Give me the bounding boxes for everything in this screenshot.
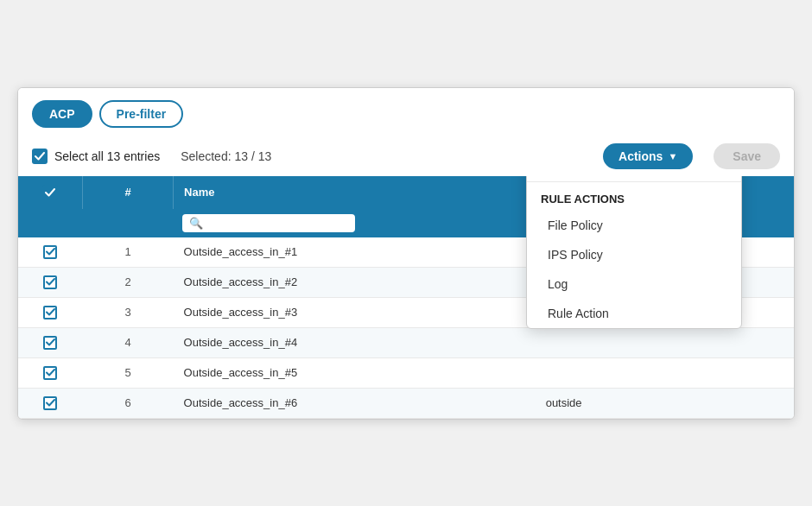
col-header-name: Name — [174, 176, 536, 209]
row-name-6: Outside_access_in_#6 — [174, 388, 536, 418]
search-icon: 🔍 — [189, 217, 203, 230]
search-box: 🔍 — [182, 214, 355, 232]
search-input[interactable] — [206, 217, 348, 230]
col-header-checkbox — [18, 176, 83, 209]
row-name-4: Outside_access_in_#4 — [174, 327, 536, 357]
row-num-2: 2 — [83, 267, 174, 297]
select-all-label: Select all 13 entries — [54, 149, 160, 163]
selected-count: Selected: 13 / 13 — [181, 149, 271, 163]
search-cell: 🔍 — [174, 209, 536, 237]
row-num-4: 4 — [83, 327, 174, 357]
row-num-6: 6 — [83, 388, 174, 418]
dropdown-divider — [527, 181, 741, 182]
table-container: # Name SOURCE 🔍 twork — [18, 176, 794, 419]
row-num-5: 5 — [83, 357, 174, 388]
file-policy-item[interactable]: File Policy — [527, 211, 741, 240]
table-row: 6 Outside_access_in_#6 outside — [18, 388, 794, 418]
search-empty-1 — [18, 209, 83, 237]
tab-prefilter[interactable]: Pre-filter — [99, 100, 184, 128]
rule-action-item[interactable]: Rule Action — [527, 299, 741, 328]
row-name-5: Outside_access_in_#5 — [174, 357, 536, 388]
select-all-wrapper: Select all 13 entries — [32, 149, 160, 164]
chevron-down-icon: ▼ — [668, 151, 677, 161]
row-checkbox-5[interactable] — [18, 357, 83, 388]
row-num-3: 3 — [83, 297, 174, 327]
row-source-4 — [536, 327, 794, 357]
row-checkbox-1[interactable] — [18, 237, 83, 268]
actions-label: Actions — [619, 149, 663, 163]
row-checkbox-4[interactable] — [18, 327, 83, 357]
row-source-5 — [536, 357, 794, 388]
rule-actions-header: RULE ACTIONS — [527, 184, 741, 211]
save-button: Save — [714, 143, 780, 169]
select-all-checkbox[interactable] — [32, 149, 48, 164]
tab-row: ACP Pre-filter — [18, 88, 794, 136]
row-name-2: Outside_access_in_#2 — [174, 267, 536, 297]
actions-button[interactable]: Actions ▼ — [603, 143, 693, 169]
row-checkbox-2[interactable] — [18, 267, 83, 297]
table-row: 4 Outside_access_in_#4 — [18, 327, 794, 357]
table-row: 5 Outside_access_in_#5 — [18, 357, 794, 388]
actions-dropdown-menu: MIGRATION ACTIONS Do not migrate RULE AC… — [526, 176, 742, 329]
row-num-1: 1 — [83, 237, 174, 268]
do-not-migrate-item[interactable]: Do not migrate — [527, 176, 741, 180]
col-header-num: # — [83, 176, 174, 209]
row-checkbox-6[interactable] — [18, 388, 83, 418]
row-name-1: Outside_access_in_#1 — [174, 237, 536, 268]
log-item[interactable]: Log — [527, 269, 741, 299]
tab-acp[interactable]: ACP — [32, 100, 92, 128]
search-empty-2 — [83, 209, 174, 237]
ips-policy-item[interactable]: IPS Policy — [527, 240, 741, 269]
row-source-6: outside — [536, 388, 794, 418]
row-checkbox-3[interactable] — [18, 297, 83, 327]
header-checkbox[interactable] — [42, 185, 58, 200]
toolbar-row: Select all 13 entries Selected: 13 / 13 … — [18, 136, 794, 176]
row-name-3: Outside_access_in_#3 — [174, 297, 536, 327]
